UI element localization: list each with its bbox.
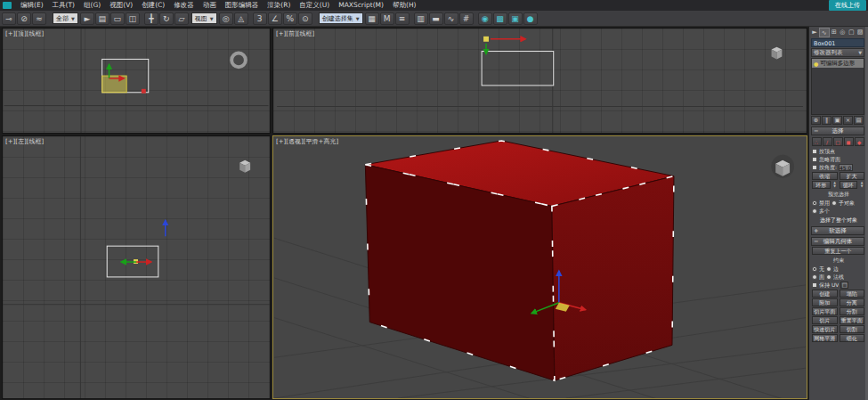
vertex-handle[interactable] xyxy=(142,89,146,94)
preserve-uv-settings-icon[interactable]: □ xyxy=(840,282,848,289)
menu-modifiers[interactable]: 修改器 xyxy=(169,0,199,11)
viewport-top-label[interactable]: [+][顶][线框] xyxy=(5,29,44,38)
select-and-link-icon[interactable]: ⊸ xyxy=(2,12,16,25)
radio-constraint-face[interactable] xyxy=(812,274,817,280)
shrink-button[interactable]: 收缩 xyxy=(812,172,838,180)
menu-maxscript[interactable]: MAXScript(M) xyxy=(334,0,388,11)
viewcube-icon[interactable] xyxy=(771,155,794,178)
viewcube-icon[interactable] xyxy=(772,47,783,60)
menu-views[interactable]: 视图(V) xyxy=(105,0,137,11)
loop-button[interactable]: 循环 xyxy=(840,181,858,189)
detach-button[interactable]: 分离 xyxy=(840,298,865,306)
gizmo-plane-handle[interactable] xyxy=(483,37,489,42)
angle-snap-icon[interactable]: ∠ xyxy=(268,12,282,25)
reference-coordinate-dropdown[interactable]: 视图 ▼ xyxy=(191,12,217,24)
element-level-icon[interactable]: ◆ xyxy=(855,137,864,146)
modifier-list-dropdown[interactable]: 修改器列表 ▼ xyxy=(811,48,864,57)
unlink-selection-icon[interactable]: ⊘ xyxy=(17,12,31,25)
repeat-last-button[interactable]: 重复上一个 xyxy=(812,247,864,255)
split-button[interactable]: 分割 xyxy=(840,307,865,315)
polygon-level-icon[interactable]: ◼ xyxy=(844,137,854,146)
reset-plane-button[interactable]: 重置平面 xyxy=(840,316,865,324)
stack-item-editable-poly[interactable]: ● 可编辑多边形 xyxy=(812,59,864,68)
online-upload-button[interactable]: 在线上传 xyxy=(829,0,866,11)
radio-constraint-none[interactable] xyxy=(812,266,817,272)
select-and-rotate-icon[interactable]: ↻ xyxy=(159,12,174,25)
percent-snap-icon[interactable]: % xyxy=(283,12,297,25)
tab-hierarchy-icon[interactable]: ⊞ xyxy=(830,28,839,37)
checkbox-ignore-backfacing[interactable] xyxy=(812,157,817,162)
viewport-left[interactable]: [+][左][线框] xyxy=(2,135,271,399)
selection-region-icon[interactable]: ▭ xyxy=(110,12,125,25)
slice-button[interactable]: 切片 xyxy=(812,316,838,324)
quickslice-button[interactable]: 快速切片 xyxy=(812,325,838,333)
viewport-perspective-canvas[interactable] xyxy=(273,136,807,398)
show-end-result-icon[interactable]: ∥ xyxy=(822,116,831,125)
schematic-view-icon[interactable]: # xyxy=(459,12,474,25)
radio-preview-disable[interactable] xyxy=(812,200,817,206)
rendered-frame-window-icon[interactable]: ▣ xyxy=(508,12,523,25)
select-and-move-icon[interactable]: ╋ xyxy=(144,12,158,25)
tab-motion-icon[interactable]: ◎ xyxy=(838,28,847,37)
viewport-left-canvas[interactable] xyxy=(3,136,270,398)
box-right-face[interactable] xyxy=(552,176,674,380)
viewport-perspective[interactable]: [+][透视][平滑+高光] xyxy=(272,135,807,399)
radio-preview-subobject[interactable] xyxy=(831,200,837,206)
selection-filter-dropdown[interactable]: 全部 ▼ xyxy=(53,12,78,24)
modifier-stack-list[interactable]: ● 可编辑多边形 xyxy=(811,58,864,115)
radio-preview-multiple[interactable] xyxy=(812,208,817,214)
mirror-icon[interactable]: M xyxy=(380,12,394,25)
box-wireframe-front-view[interactable] xyxy=(482,52,554,86)
menu-create[interactable]: 创建(C) xyxy=(137,0,169,11)
select-and-manipulate-icon[interactable]: ◬ xyxy=(234,12,248,25)
collapse-button[interactable]: 塌陷 xyxy=(840,290,865,298)
snaps-toggle-icon[interactable]: 3 xyxy=(253,12,267,25)
viewcube-compass-icon[interactable] xyxy=(231,53,246,68)
loop-spinner[interactable]: ▲▼ xyxy=(859,181,864,189)
tab-modify-icon[interactable]: ∿ xyxy=(819,28,830,37)
tab-create-icon[interactable]: ► xyxy=(810,28,819,37)
configure-stack-icon[interactable]: ▤ xyxy=(854,116,864,125)
material-editor-icon[interactable]: ◉ xyxy=(478,12,492,25)
box-object[interactable] xyxy=(365,141,674,380)
pin-stack-icon[interactable]: ⊕ xyxy=(811,116,821,125)
select-by-name-icon[interactable]: ▤ xyxy=(95,12,110,25)
application-button-icon[interactable] xyxy=(3,2,12,9)
create-button[interactable]: 创建 xyxy=(812,290,838,298)
menu-animation[interactable]: 动画 xyxy=(199,0,221,11)
menu-group[interactable]: 组(G) xyxy=(79,0,105,11)
radio-constraint-normal[interactable] xyxy=(826,274,831,280)
border-level-icon[interactable]: ▢ xyxy=(833,137,843,146)
layer-manager-icon[interactable]: ▥ xyxy=(414,12,428,25)
remove-modifier-icon[interactable]: × xyxy=(843,116,853,125)
edge-level-icon[interactable]: ∕ xyxy=(823,137,832,146)
menu-help[interactable]: 帮助(H) xyxy=(388,0,421,11)
ring-spinner[interactable]: ▲▼ xyxy=(832,181,838,189)
grow-button[interactable]: 扩大 xyxy=(840,172,865,180)
render-production-icon[interactable]: ● xyxy=(523,12,538,25)
tab-display-icon[interactable]: ▢ xyxy=(847,28,856,37)
named-selection-set-combo[interactable]: 创建选择集 ▼ xyxy=(319,12,363,24)
viewport-front-label[interactable]: [+][前][线框] xyxy=(276,29,314,38)
viewport-top-canvas[interactable] xyxy=(3,29,270,133)
window-crossing-icon[interactable]: ◫ xyxy=(126,12,140,25)
tessellate-button[interactable]: 细化 xyxy=(840,334,865,342)
menu-edit[interactable]: 编辑(E) xyxy=(16,0,48,11)
tab-utilities-icon[interactable]: ▨ xyxy=(856,28,864,37)
curve-editor-icon[interactable]: ∿ xyxy=(444,12,458,25)
render-setup-icon[interactable]: ▩ xyxy=(493,12,507,25)
viewcube-icon[interactable] xyxy=(239,160,250,173)
select-and-scale-icon[interactable]: ▱ xyxy=(174,12,189,25)
edit-named-selection-icon[interactable]: ▦ xyxy=(365,12,379,25)
viewport-left-label[interactable]: [+][左][线框] xyxy=(5,137,44,146)
viewport-front[interactable]: [+][前][线框] xyxy=(272,28,807,134)
rollout-soft-selection-header[interactable]: + 软选择 xyxy=(811,226,864,235)
viewport-top[interactable]: [+][顶][线框] xyxy=(2,28,271,134)
menu-customize[interactable]: 自定义(U) xyxy=(295,0,334,11)
checkbox-preserve-uv[interactable] xyxy=(812,282,817,288)
spinner-snap-icon[interactable]: ⊙ xyxy=(298,12,312,25)
make-unique-icon[interactable]: ▣ xyxy=(832,116,842,125)
rollout-edit-geometry-header[interactable]: − 编辑几何体 xyxy=(811,237,864,246)
checkbox-by-angle[interactable] xyxy=(812,165,817,170)
select-object-icon[interactable]: ► xyxy=(80,12,94,25)
